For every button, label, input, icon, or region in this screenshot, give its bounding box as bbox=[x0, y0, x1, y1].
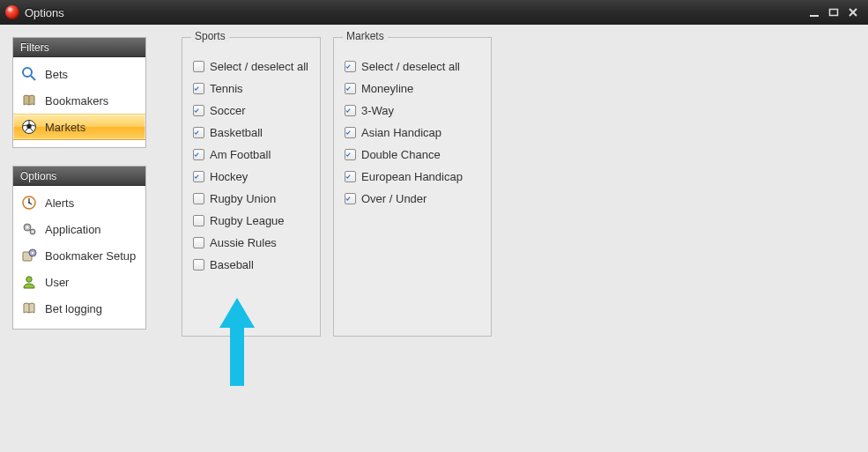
checkbox[interactable] bbox=[193, 127, 204, 138]
checkbox[interactable] bbox=[193, 193, 204, 204]
checkbox-label: Soccer bbox=[210, 104, 245, 117]
checkbox-label: Rugby Union bbox=[210, 192, 276, 205]
checkbox[interactable] bbox=[193, 215, 204, 226]
sidebar-item-bookmakers[interactable]: Bookmakers bbox=[13, 87, 145, 114]
checkbox-label: 3-Way bbox=[361, 104, 394, 117]
checkbox-row[interactable]: Rugby Union bbox=[193, 188, 309, 210]
close-button[interactable] bbox=[843, 4, 863, 20]
svg-point-8 bbox=[26, 226, 29, 229]
svg-point-6 bbox=[28, 202, 30, 204]
setup-icon bbox=[20, 247, 38, 264]
sidebar-item-label: Alerts bbox=[45, 196, 74, 210]
sidebar-item-label: Application bbox=[45, 223, 101, 236]
svg-point-14 bbox=[26, 277, 32, 282]
sidebar-header-options: Options bbox=[13, 167, 145, 186]
checkbox-row[interactable]: Baseball bbox=[193, 254, 309, 276]
checkbox[interactable] bbox=[345, 105, 356, 116]
checkbox-label: Select / deselect all bbox=[361, 60, 460, 73]
checkbox-row[interactable]: Am Football bbox=[193, 144, 309, 166]
checkbox[interactable] bbox=[193, 171, 204, 182]
checkbox[interactable] bbox=[345, 149, 356, 160]
checkbox-row[interactable]: Tennis bbox=[193, 78, 309, 100]
checkbox-label: Over / Under bbox=[361, 192, 427, 205]
sidebar-item-user[interactable]: User bbox=[13, 269, 145, 295]
checkbox-row[interactable]: European Handicap bbox=[345, 166, 480, 188]
groupbox-legend: Sports bbox=[191, 30, 229, 42]
checkbox-row[interactable]: Basketball bbox=[193, 122, 309, 144]
sidebar-item-alerts[interactable]: Alerts bbox=[13, 189, 145, 216]
search-icon bbox=[20, 65, 38, 83]
sidebar-item-label: Bookmakers bbox=[45, 94, 108, 107]
sidebar-item-bookmaker-setup[interactable]: Bookmaker Setup bbox=[13, 242, 145, 269]
checkbox-label: Moneyline bbox=[361, 82, 413, 95]
checkbox-row[interactable]: Hockey bbox=[193, 166, 309, 188]
checkbox[interactable] bbox=[345, 193, 356, 204]
window-title: Options bbox=[25, 6, 64, 19]
checkbox-row[interactable]: Moneyline bbox=[345, 78, 480, 100]
checkbox-label: Hockey bbox=[210, 170, 248, 183]
content-area: Sports Select / deselect allTennisSoccer… bbox=[182, 37, 492, 337]
sidebar-item-markets[interactable]: Markets bbox=[13, 114, 145, 140]
gears-icon bbox=[20, 220, 38, 238]
checkbox[interactable] bbox=[345, 83, 356, 94]
svg-point-13 bbox=[32, 252, 34, 255]
sidebar-header-filters: Filters bbox=[13, 38, 145, 57]
svg-rect-0 bbox=[810, 15, 819, 17]
checkbox[interactable] bbox=[193, 149, 204, 160]
checkbox-label: Asian Handicap bbox=[361, 126, 441, 139]
checkbox-row[interactable]: Aussie Rules bbox=[193, 232, 309, 254]
clock-icon bbox=[20, 194, 38, 211]
sidebar-item-label: Bets bbox=[45, 68, 68, 81]
checkbox-label: Select / deselect all bbox=[210, 60, 308, 73]
checkbox-row[interactable]: Select / deselect all bbox=[193, 56, 309, 78]
workspace: Filters Bets Bookmakers bbox=[0, 25, 868, 452]
sidebar-item-bets[interactable]: Bets bbox=[13, 61, 145, 87]
sidebar-item-application[interactable]: Application bbox=[13, 216, 145, 242]
sidebar-item-bet-logging[interactable]: Bet logging bbox=[13, 295, 145, 322]
checkbox-row[interactable]: 3-Way bbox=[345, 100, 480, 122]
checkbox[interactable] bbox=[193, 237, 204, 248]
groupbox-markets: Markets Select / deselect allMoneyline3-… bbox=[333, 37, 492, 337]
checkbox-label: Baseball bbox=[210, 258, 254, 271]
soccer-icon bbox=[20, 118, 38, 136]
checkbox[interactable] bbox=[193, 105, 204, 116]
sidebar-item-label: Bet logging bbox=[45, 302, 102, 315]
sidebar-item-label: Bookmaker Setup bbox=[45, 249, 136, 263]
svg-rect-1 bbox=[830, 10, 838, 16]
checkbox-label: Am Football bbox=[210, 148, 271, 161]
titlebar: Options bbox=[0, 0, 868, 25]
checkbox-row[interactable]: Select / deselect all bbox=[345, 56, 480, 78]
groupbox-sports: Sports Select / deselect allTennisSoccer… bbox=[182, 37, 321, 337]
checkbox[interactable] bbox=[193, 259, 204, 270]
minimize-button[interactable] bbox=[805, 4, 824, 20]
svg-point-2 bbox=[23, 68, 32, 77]
checkbox-label: Double Chance bbox=[361, 148, 441, 161]
checkbox-row[interactable]: Soccer bbox=[193, 100, 309, 122]
checkbox-row[interactable]: Double Chance bbox=[345, 144, 480, 166]
svg-point-10 bbox=[32, 231, 33, 233]
sidebar: Filters Bets Bookmakers bbox=[12, 37, 146, 330]
checkbox-label: Basketball bbox=[210, 126, 263, 139]
groupbox-legend: Markets bbox=[343, 30, 388, 42]
checkbox-label: Rugby League bbox=[210, 214, 285, 227]
checkbox-row[interactable]: Over / Under bbox=[345, 188, 480, 210]
checkbox-row[interactable]: Asian Handicap bbox=[345, 122, 480, 144]
app-icon bbox=[5, 5, 19, 19]
sidebar-section-filters: Filters Bets Bookmakers bbox=[12, 37, 146, 148]
checkbox-label: European Handicap bbox=[361, 170, 463, 183]
checkbox[interactable] bbox=[345, 61, 356, 72]
user-icon bbox=[20, 273, 38, 291]
checkbox[interactable] bbox=[193, 83, 204, 94]
booklog-icon bbox=[20, 300, 38, 317]
sidebar-item-label: Markets bbox=[45, 121, 85, 134]
sidebar-section-options: Options Alerts Application bbox=[12, 166, 146, 330]
book-icon bbox=[20, 92, 38, 109]
maximize-button[interactable] bbox=[824, 4, 843, 20]
checkbox[interactable] bbox=[193, 61, 204, 72]
checkbox-row[interactable]: Rugby League bbox=[193, 210, 309, 232]
checkbox[interactable] bbox=[345, 171, 356, 182]
checkbox[interactable] bbox=[345, 127, 356, 138]
checkbox-label: Tennis bbox=[210, 82, 243, 95]
sidebar-item-label: User bbox=[45, 276, 69, 289]
checkbox-label: Aussie Rules bbox=[210, 236, 277, 249]
